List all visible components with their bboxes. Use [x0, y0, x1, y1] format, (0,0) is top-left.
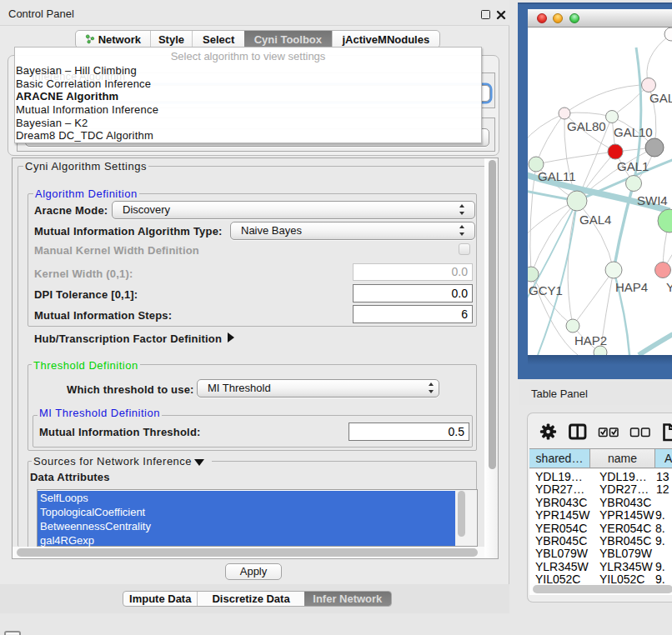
svg-text:SWI4: SWI4 — [637, 193, 668, 208]
svg-text:GAL10: GAL10 — [614, 125, 653, 139]
svg-text:GAL: GAL — [649, 91, 672, 105]
svg-text:HAP4: HAP4 — [615, 280, 648, 294]
svg-text:HAP2: HAP2 — [574, 333, 607, 348]
svg-text:GAL80: GAL80 — [567, 119, 606, 133]
svg-text:GAL4: GAL4 — [579, 212, 611, 227]
svg-text:GAL1: GAL1 — [617, 159, 649, 173]
svg-text:Y: Y — [666, 280, 672, 294]
svg-text:GAL11: GAL11 — [538, 169, 576, 183]
svg-text:GCY1: GCY1 — [529, 283, 563, 298]
